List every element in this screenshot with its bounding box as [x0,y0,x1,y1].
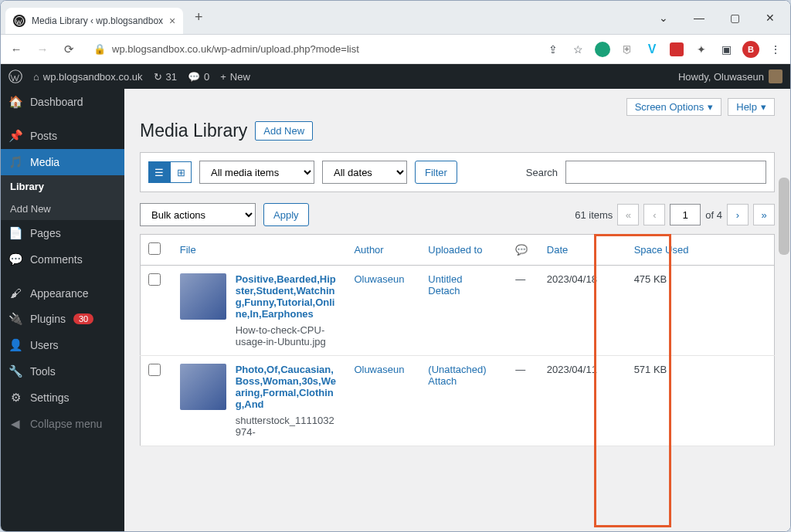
col-file[interactable]: File [172,235,347,266]
forward-button[interactable]: → [33,40,52,59]
scrollbar[interactable] [779,178,789,255]
media-filename: How-to-check-CPU-usage-in-Ubuntu.jpg [236,324,339,347]
page-total: of 4 [705,209,722,221]
collapse-icon: ◀ [8,417,22,431]
uploaded-action-link[interactable]: Attach [428,375,500,387]
back-button[interactable]: ← [7,40,25,59]
reading-list-icon[interactable]: ▣ [718,41,735,58]
wordpress-favicon [13,15,25,27]
brush-icon: 🖌 [8,286,22,300]
reload-button[interactable]: ⟳ [59,40,78,59]
submenu-add-new[interactable]: Add New [1,198,124,220]
search-input[interactable] [565,161,766,184]
select-all-checkbox[interactable] [148,242,161,255]
menu-settings[interactable]: ⚙Settings [1,385,124,411]
menu-appearance[interactable]: 🖌Appearance [1,280,124,306]
menu-dashboard[interactable]: 🏠Dashboard [1,89,124,115]
plus-icon: + [220,71,226,83]
comment-count: — [508,266,539,356]
wp-logo[interactable] [8,69,22,83]
add-new-button[interactable]: Add New [255,121,313,141]
col-comments[interactable]: 💬 [508,235,539,266]
url-input[interactable]: 🔒 wp.blogsandbox.co.uk/wp-admin/upload.p… [86,38,537,61]
share-icon[interactable]: ⇪ [545,41,562,58]
page-input[interactable] [670,204,701,225]
new-content-link[interactable]: + New [220,71,250,83]
tab-title: Media Library ‹ wp.blogsandbox [32,15,163,26]
browser-titlebar: Media Library ‹ wp.blogsandbox × + ⌄ — ▢… [1,1,790,35]
home-icon: ⌂ [33,71,39,83]
comment-icon: 💬 [8,252,22,266]
site-home-link[interactable]: ⌂ wp.blogsandbox.co.uk [33,71,143,83]
chevron-down-icon[interactable]: ⌄ [648,5,679,30]
comments-link[interactable]: 💬 0 [188,71,209,83]
table-row: Photo,Of,Caucasian,Boss,Woman,30s,Wearin… [141,356,775,446]
last-page-button[interactable]: » [753,204,775,225]
media-filename: shutterstock_1111032974- [236,415,339,438]
star-icon[interactable]: ☆ [569,41,586,58]
col-space-used[interactable]: Space Used [626,235,705,266]
uploaded-to-link[interactable]: (Unattached) [428,364,500,375]
list-view-button[interactable]: ☰ [148,161,170,183]
new-tab-button[interactable]: + [188,7,209,29]
prev-page-button[interactable]: ‹ [643,204,665,225]
uploaded-to-link[interactable]: Untitled [428,273,500,285]
vimeo-icon[interactable]: V [643,41,660,58]
first-page-button[interactable]: « [617,204,639,225]
tab-close-icon[interactable]: × [169,15,175,27]
extensions-button[interactable]: ✦ [693,41,710,58]
wp-adminbar: ⌂ wp.blogsandbox.co.uk ↻ 31 💬 0 + New Ho… [1,64,790,89]
bulk-action-select[interactable]: Bulk actions [140,203,256,226]
submenu-library[interactable]: Library [1,175,124,198]
menu-users[interactable]: 👤Users [1,332,124,358]
space-used-value: 475 KB [626,266,705,356]
help-button[interactable]: Help ▾ [728,98,775,116]
col-date[interactable]: Date [539,235,626,266]
filter-button[interactable]: Filter [415,161,457,184]
menu-posts[interactable]: 📌Posts [1,123,124,149]
author-link[interactable]: Oluwaseun [354,364,404,375]
media-thumbnail[interactable] [180,273,226,320]
uploaded-action-link[interactable]: Detach [428,285,500,296]
grid-view-button[interactable]: ⊞ [170,161,192,183]
media-title-link[interactable]: Positive,Bearded,Hipster,Student,Watchin… [236,273,339,320]
updates-link[interactable]: ↻ 31 [154,71,177,83]
menu-plugins[interactable]: 🔌Plugins30 [1,306,124,332]
maximize-button[interactable]: ▢ [719,5,750,30]
svg-point-1 [9,70,22,83]
menu-pages[interactable]: 📄Pages [1,220,124,246]
minimize-button[interactable]: — [684,5,715,30]
media-title-link[interactable]: Photo,Of,Caucasian,Boss,Woman,30s,Wearin… [236,364,339,410]
row-checkbox[interactable] [148,364,161,376]
shield-icon[interactable]: ⛨ [619,41,636,58]
collapse-menu[interactable]: ◀Collapse menu [1,411,124,437]
col-author[interactable]: Author [346,235,420,266]
media-thumbnail[interactable] [180,364,226,410]
gear-icon: ⚙ [8,391,22,405]
menu-comments[interactable]: 💬Comments [1,246,124,273]
col-uploaded[interactable]: Uploaded to [420,235,508,266]
close-window-button[interactable]: ✕ [755,5,786,30]
browser-tab[interactable]: Media Library ‹ wp.blogsandbox × [5,8,183,34]
date-select[interactable]: All dates [322,161,407,184]
apply-button[interactable]: Apply [263,203,309,226]
media-type-select[interactable]: All media items [199,161,314,184]
wp-admin-sidebar: 🏠Dashboard 📌Posts 🎵Media Library Add New… [1,89,124,531]
user-avatar [769,69,783,83]
plugin-icon: 🔌 [8,312,22,326]
next-page-button[interactable]: › [727,204,749,225]
extension-green-icon[interactable] [594,41,611,58]
author-link[interactable]: Oluwaseun [354,273,404,285]
row-checkbox[interactable] [148,273,161,286]
wp-content: Screen Options ▾ Help ▾ Media Library Ad… [124,89,790,531]
menu-tools[interactable]: 🔧Tools [1,358,124,385]
profile-avatar[interactable]: B [742,41,759,58]
howdy-account[interactable]: Howdy, Oluwaseun [678,69,783,83]
extension-red-icon[interactable] [668,41,685,58]
screen-options-button[interactable]: Screen Options ▾ [626,98,722,116]
search-label: Search [526,167,558,178]
user-icon: 👤 [8,338,22,352]
comment-icon: 💬 [515,244,528,256]
kebab-menu-icon[interactable]: ⋮ [767,41,784,58]
menu-media[interactable]: 🎵Media [1,149,124,175]
